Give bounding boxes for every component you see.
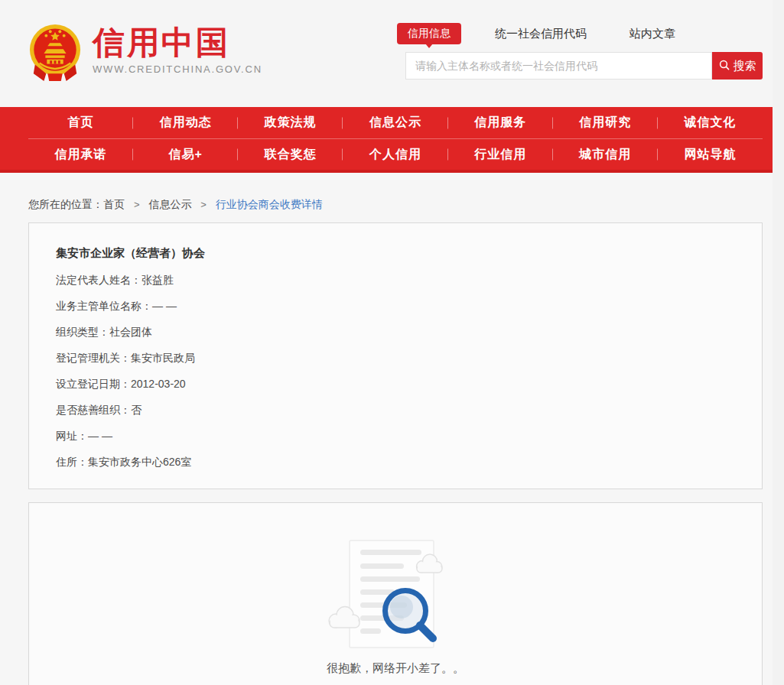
detail-label: 住所：	[56, 456, 88, 468]
document-search-empty-state-icon	[319, 535, 472, 657]
detail-label: 设立登记日期：	[56, 378, 131, 390]
empty-state-message: 很抱歉，网络开小差了。。	[29, 661, 762, 676]
detail-value: 张益胜	[142, 274, 174, 286]
empty-state-card: 很抱歉，网络开小差了。。	[28, 502, 763, 685]
search-area: 信用信息 统一社会信用代码 站内文章 搜索	[405, 23, 763, 80]
nav-item[interactable]: 信用承诺	[28, 147, 133, 163]
nav-item[interactable]: 政策法规	[238, 115, 343, 131]
detail-label: 业务主管单位名称：	[56, 300, 152, 312]
nav-item[interactable]: 行业信用	[448, 147, 553, 163]
nav-item[interactable]: 联合奖惩	[238, 147, 343, 163]
main-content: 您所在的位置：首页 > 信息公示 > 行业协会商会收费详情 集安市企业家（经营者…	[0, 173, 773, 685]
nav-item[interactable]: 城市信用	[553, 147, 658, 163]
search-button[interactable]: 搜索	[712, 52, 763, 80]
nav-row-2: 信用承诺 信易+ 联合奖惩 个人信用 行业信用 城市信用 网站导航	[28, 139, 763, 170]
detail-value: 2012-03-20	[131, 378, 186, 390]
search-row: 搜索	[405, 52, 763, 80]
search-tabs: 信用信息 统一社会信用代码 站内文章	[397, 23, 763, 44]
nav-item[interactable]: 信用服务	[448, 115, 553, 131]
organization-title: 集安市企业家（经营者）协会	[56, 246, 735, 260]
detail-row-registration-authority: 登记管理机关：集安市民政局	[56, 352, 735, 365]
main-nav: 首页 信用动态 政策法规 信息公示 信用服务 信用研究 诚信文化 信用承诺 信易…	[0, 107, 773, 173]
search-tab-site-articles[interactable]: 站内文章	[629, 27, 675, 41]
nav-item[interactable]: 信用研究	[553, 115, 658, 131]
nav-item[interactable]: 诚信文化	[658, 115, 763, 131]
nav-item[interactable]: 信息公示	[343, 115, 447, 131]
breadcrumb-separator: >	[134, 199, 140, 210]
logo-text: 信用中国 WWW.CREDITCHINA.GOV.CN	[93, 23, 262, 75]
detail-value: — —	[88, 430, 112, 442]
detail-row-registration-date: 设立登记日期：2012-03-20	[56, 378, 735, 391]
detail-row-supervisory-unit: 业务主管单位名称：— —	[56, 300, 735, 313]
nav-row-1: 首页 信用动态 政策法规 信息公示 信用服务 信用研究 诚信文化	[28, 107, 763, 138]
detail-row-website: 网址：— —	[56, 430, 735, 443]
detail-label: 组织类型：	[56, 326, 109, 338]
detail-row-organization-type: 组织类型：社会团体	[56, 326, 735, 339]
breadcrumb: 您所在的位置：首页 > 信息公示 > 行业协会商会收费详情	[28, 198, 763, 212]
nav-item[interactable]: 个人信用	[343, 147, 447, 163]
detail-value: 集安市民政局	[131, 352, 195, 364]
detail-label: 网址：	[56, 430, 88, 442]
detail-label: 是否慈善组织：	[56, 404, 131, 416]
search-input[interactable]	[405, 52, 712, 80]
detail-value: 否	[131, 404, 142, 416]
detail-row-legal-representative: 法定代表人姓名：张益胜	[56, 274, 735, 287]
site-name: 信用中国	[93, 24, 262, 61]
nav-item[interactable]: 信用动态	[133, 115, 238, 131]
detail-value: — —	[152, 300, 177, 312]
detail-card: 集安市企业家（经营者）协会 法定代表人姓名：张益胜 业务主管单位名称：— — 组…	[28, 222, 763, 489]
detail-value: 集安市政务中心626室	[88, 456, 191, 468]
breadcrumb-prefix: 您所在的位置：	[28, 198, 103, 210]
breadcrumb-item-home[interactable]: 首页	[103, 198, 125, 210]
site-header: 信用中国 WWW.CREDITCHINA.GOV.CN 信用信息 统一社会信用代…	[0, 0, 773, 107]
page: 信用中国 WWW.CREDITCHINA.GOV.CN 信用信息 统一社会信用代…	[0, 0, 773, 685]
breadcrumb-item-current: 行业协会商会收费详情	[216, 198, 323, 210]
detail-label: 法定代表人姓名：	[56, 274, 142, 286]
search-tab-credit-info[interactable]: 信用信息	[397, 23, 461, 44]
search-tab-unified-code[interactable]: 统一社会信用代码	[495, 27, 587, 41]
site-logo[interactable]: 信用中国 WWW.CREDITCHINA.GOV.CN	[28, 23, 262, 86]
breadcrumb-separator: >	[200, 199, 207, 210]
search-button-label: 搜索	[734, 59, 756, 73]
detail-label: 登记管理机关：	[56, 352, 131, 364]
detail-row-address: 住所：集安市政务中心626室	[56, 456, 735, 469]
national-emblem-icon	[28, 23, 82, 86]
nav-item[interactable]: 网站导航	[658, 147, 763, 163]
breadcrumb-item-info-disclosure[interactable]: 信息公示	[148, 198, 191, 210]
scrollbar-track[interactable]	[773, 0, 784, 685]
detail-row-charity-status: 是否慈善组织：否	[56, 404, 735, 417]
site-url: WWW.CREDITCHINA.GOV.CN	[93, 63, 262, 75]
nav-item[interactable]: 信易+	[133, 147, 238, 163]
detail-value: 社会团体	[109, 326, 152, 338]
nav-item[interactable]: 首页	[28, 115, 133, 131]
search-icon	[719, 60, 730, 73]
